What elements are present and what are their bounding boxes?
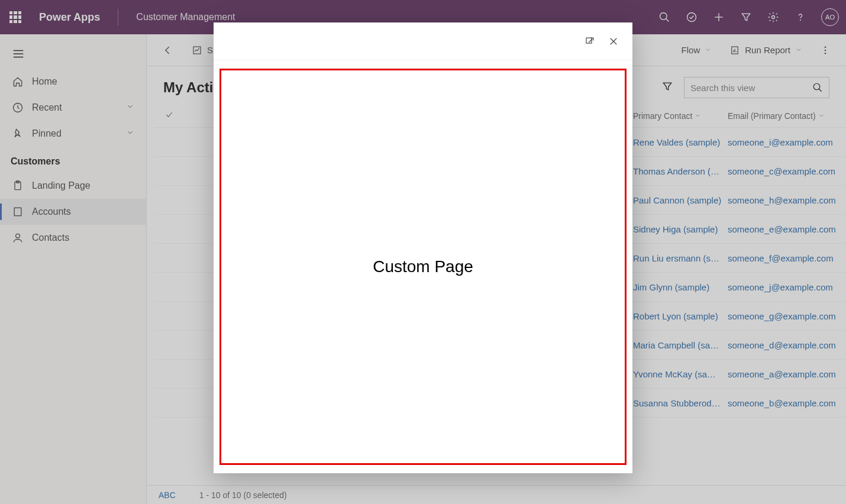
custom-page-dialog: Custom Page [214, 22, 632, 473]
close-icon[interactable] [608, 35, 619, 47]
popout-icon[interactable] [584, 35, 596, 47]
custom-page-host: Custom Page [219, 69, 627, 465]
custom-page-label: Custom Page [373, 257, 473, 276]
